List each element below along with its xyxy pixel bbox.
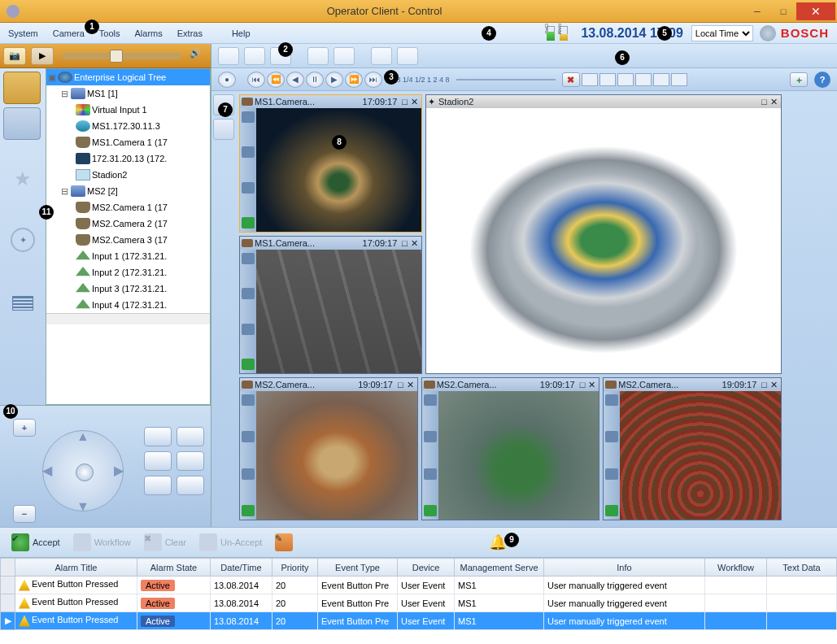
ptz-right[interactable]: ▶ [112, 464, 125, 477]
tree-tab-favorites[interactable] [3, 107, 41, 140]
pb-record[interactable]: ● [218, 72, 236, 88]
pb-prev[interactable]: ⏪ [267, 72, 285, 88]
layout-5[interactable] [653, 73, 669, 86]
close-button[interactable]: ✕ [796, 2, 835, 20]
tree-map-stadion[interactable]: Stadion2 [46, 167, 210, 183]
ptz-preset-4[interactable] [177, 451, 204, 471]
tool-bookmark[interactable] [371, 47, 392, 65]
alarm-comment-button[interactable]: ✎ [275, 533, 293, 551]
bell-icon[interactable]: 🔔 [489, 533, 507, 551]
speaker-icon[interactable]: 🔊 [190, 48, 207, 64]
tree-input-4[interactable]: Input 4 (172.31.21. [46, 297, 210, 313]
alarm-clear-button[interactable]: ✖Clear [144, 533, 186, 551]
image-pane-3[interactable]: MS2.Camera...19:09:17□✕ [239, 377, 418, 520]
pb-stepf[interactable]: ▶ [325, 72, 343, 88]
tree-ms2-cam2[interactable]: MS2.Camera 2 (17 [46, 215, 210, 232]
map-canvas[interactable] [426, 108, 781, 373]
ptz-zoom-in[interactable]: + [13, 419, 36, 437]
pane-2-close[interactable]: ✕ [409, 238, 420, 249]
menu-help[interactable]: Help [232, 28, 251, 38]
pb-next[interactable]: ⏩ [345, 72, 363, 88]
alarm-row[interactable]: Event Button Pressed Active 13.08.201420… [1, 577, 837, 594]
layout-1[interactable] [582, 73, 598, 86]
callout-8: 8 [332, 135, 347, 150]
ptz-down[interactable]: ▼ [76, 500, 89, 513]
alarm-unaccept-button[interactable]: Un-Accept [199, 533, 262, 551]
alarm-accept-button[interactable]: ✔Accept [11, 533, 60, 551]
tree-hscroll[interactable] [46, 313, 210, 324]
delete-layout-button[interactable]: ✖ [562, 72, 580, 87]
tree-ms1[interactable]: ⊟MS1 [1] [46, 85, 210, 102]
pb-first[interactable]: ⏮ [247, 72, 265, 88]
ptz-preset-2[interactable] [177, 427, 204, 446]
ptz-up[interactable]: ▲ [76, 430, 89, 443]
pane-1-max[interactable]: □ [400, 97, 409, 107]
tree-tab-logical[interactable] [3, 72, 41, 104]
tree-ms1-cam1[interactable]: MS1.Camera 1 (17 [46, 134, 210, 150]
menu-camera[interactable]: Camera [53, 28, 85, 38]
alarm-row[interactable]: Event Button Pressed Active 13.08.201420… [1, 594, 837, 612]
camera-icon [242, 239, 253, 247]
menu-alarms[interactable]: Alarms [135, 28, 163, 38]
menu-extras[interactable]: Extras [177, 28, 203, 38]
add-pane-button[interactable]: ＋ [790, 72, 808, 87]
tree-ip-device[interactable]: 172.31.20.13 (172. [46, 150, 210, 167]
minimize-button[interactable]: ─ [744, 2, 770, 20]
ptz-preset-1[interactable] [144, 427, 172, 446]
favorites-icon[interactable]: ★ [11, 168, 35, 192]
playback-mode-button[interactable]: ▶ [31, 47, 54, 65]
timezone-select[interactable]: Local Time [691, 25, 753, 41]
alarm-workflow-button[interactable]: Workflow [73, 533, 131, 551]
tree-root[interactable]: ▣Enterprise Logical Tree [46, 69, 210, 85]
live-mode-button[interactable]: 📷 [3, 47, 26, 65]
ptz-preset-6[interactable] [177, 476, 204, 495]
map-icon[interactable] [11, 228, 35, 252]
menu-tools[interactable]: Tools [99, 28, 120, 38]
globe-icon[interactable] [760, 25, 776, 41]
ptz-zoom-out[interactable]: − [13, 505, 36, 523]
tool-expand[interactable] [218, 47, 239, 65]
map-close[interactable]: ✕ [769, 97, 779, 107]
ptz-left[interactable]: ◀ [41, 464, 54, 477]
tool-collapse[interactable] [244, 47, 265, 65]
pb-stepb[interactable]: ◀ [286, 72, 304, 88]
tree-ms2-cam3[interactable]: MS2.Camera 3 (17 [46, 232, 210, 248]
layout-2[interactable] [599, 73, 616, 86]
tool-export[interactable] [397, 47, 418, 65]
tree-input-2[interactable]: Input 2 (172.31.21. [46, 264, 210, 281]
bookmarks-icon[interactable] [12, 296, 33, 311]
map-max[interactable]: □ [760, 97, 769, 107]
layout-6[interactable] [671, 73, 687, 86]
image-pane-4[interactable]: MS2.Camera...19:09:17□✕ [421, 377, 600, 520]
tree-ms2[interactable]: ⊟MS2 [2] [46, 183, 210, 199]
menu-system[interactable]: System [8, 28, 38, 38]
cpu-meter: CPU [547, 26, 555, 41]
tree-input-1[interactable]: Input 1 (172.31.21. [46, 248, 210, 264]
image-pane-1[interactable]: MS1.Camera...17:09:17□✕ [239, 94, 422, 233]
pane-2-max[interactable]: □ [400, 238, 409, 248]
maximize-button[interactable]: □ [770, 2, 796, 20]
image-pane-2[interactable]: MS1.Camera...17:09:17□✕ [239, 236, 422, 374]
layout-4[interactable] [635, 73, 652, 86]
tool-print[interactable] [307, 47, 329, 65]
tree-virtual-input[interactable]: Virtual Input 1 [46, 102, 210, 118]
image-pane-map[interactable]: ✦Stadion2□✕ [425, 94, 782, 374]
speed-slider[interactable] [456, 79, 556, 80]
help-button[interactable]: ? [814, 72, 830, 88]
tree-encoder-ms1[interactable]: MS1.172.30.11.3 [46, 118, 210, 134]
ptz-preset-3[interactable] [144, 451, 172, 471]
vtab-2[interactable] [213, 119, 234, 140]
pb-last[interactable]: ⏭ [364, 72, 382, 88]
image-pane-5[interactable]: MS2.Camera...19:09:17□✕ [603, 377, 782, 520]
volume-slider[interactable] [62, 53, 181, 59]
tool-snapshot[interactable] [333, 47, 355, 65]
layout-3[interactable] [617, 73, 634, 86]
alarm-row-selected[interactable]: ▶ Event Button Pressed Active 13.08.2014… [1, 612, 837, 630]
tree-input-3[interactable]: Input 3 (172.31.21. [46, 281, 210, 297]
ptz-preset-5[interactable] [144, 476, 172, 495]
logical-tree[interactable]: ▣Enterprise Logical Tree ⊟MS1 [1] Virtua… [46, 68, 211, 405]
pane-1-close[interactable]: ✕ [409, 97, 420, 107]
pb-pause[interactable]: ⏸ [306, 72, 324, 88]
alarm-table[interactable]: Alarm TitleAlarm StateDate/TimePriorityE… [0, 558, 837, 630]
tree-ms2-cam1[interactable]: MS2.Camera 1 (17 [46, 199, 210, 215]
